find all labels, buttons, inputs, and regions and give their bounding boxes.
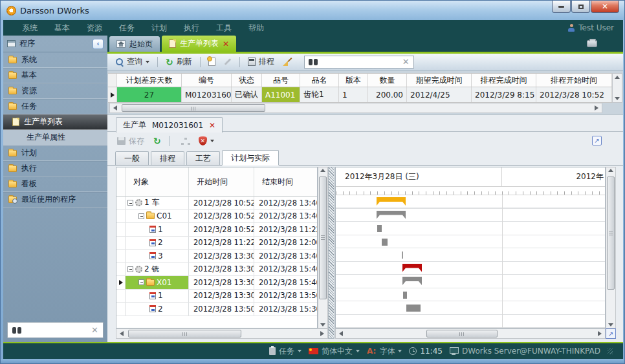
title-bar[interactable]: Darsson DWorks ✕ — [1, 1, 624, 20]
tree-row[interactable]: 1 车2012/3/28 10:522012/3/28 13:40 — [116, 197, 317, 210]
grid-column-header[interactable]: 品号 — [262, 74, 300, 87]
tree-object-cell[interactable]: 2 — [126, 237, 189, 250]
scroll-right-icon[interactable] — [595, 331, 605, 336]
clear-search-icon[interactable]: ✕ — [91, 326, 98, 334]
grid-column-header[interactable]: 排程完成时间 — [472, 74, 536, 87]
tree-row[interactable]: 2 铣2012/3/28 13:302012/3/28 15:40 — [116, 263, 317, 277]
menu-item[interactable]: 资源 — [78, 23, 111, 34]
menu-item[interactable]: 任务 — [111, 23, 143, 34]
new-button[interactable] — [206, 56, 217, 67]
open-in-window-icon[interactable]: ↗ — [606, 328, 616, 339]
scroll-up-icon[interactable] — [615, 76, 620, 79]
sidebar-search-input[interactable] — [26, 326, 87, 335]
scroll-down-icon[interactable] — [606, 323, 615, 327]
tree-row[interactable]: 22012/3/28 11:222012/3/28 12:00 — [116, 237, 317, 250]
scroll-right-icon[interactable] — [591, 105, 602, 111]
scrollbar-thumb[interactable] — [607, 177, 615, 290]
sidebar-item[interactable]: 系统 — [3, 52, 107, 68]
gantt-bar[interactable] — [402, 252, 403, 259]
task-status-item[interactable]: 任务 — [269, 346, 302, 357]
sidebar-item[interactable]: 最近使用的程序 — [3, 192, 107, 208]
tree-row[interactable]: 12012/3/28 13:302012/3/28 13:50 — [116, 290, 317, 303]
gantt-bar[interactable] — [377, 197, 406, 206]
routing-button[interactable] — [177, 136, 192, 146]
tree-object-cell[interactable]: C01 — [126, 210, 189, 223]
tree-object-cell[interactable]: 1 车 — [126, 197, 189, 209]
tab-detail[interactable]: 一般 — [115, 151, 149, 165]
sidebar-item[interactable]: 生产单列表 — [3, 114, 107, 130]
collapse-toggle-icon[interactable] — [127, 266, 133, 272]
collapse-toggle-icon[interactable] — [138, 279, 144, 285]
tree-row[interactable]: 32012/3/28 13:302012/3/28 13:40 — [116, 250, 317, 263]
splitter-handle[interactable] — [328, 167, 334, 339]
grid-column-header[interactable]: 版本 — [339, 74, 368, 87]
close-button[interactable]: ✕ — [591, 1, 619, 13]
orders-grid-row[interactable]: 27M012031601已确认A11001齿轮11200.002012/4/25… — [108, 87, 612, 103]
tree-object-cell[interactable]: 1 — [126, 290, 189, 303]
scroll-left-icon[interactable] — [116, 331, 127, 336]
scroll-left-icon[interactable] — [110, 105, 120, 111]
sidebar-collapse-button[interactable]: ‹ — [93, 39, 104, 49]
tree-object-cell[interactable]: 3 — [126, 250, 189, 262]
language-status-item[interactable]: 简体中文 — [309, 346, 360, 357]
tab-active[interactable]: 计划与实际 — [222, 150, 279, 166]
clear-search-icon[interactable]: ✕ — [402, 58, 410, 66]
tree-row[interactable]: 22012/3/28 13:502012/3/28 15:30 — [116, 303, 317, 316]
grid-column-header[interactable]: 期望完成时间 — [407, 74, 472, 87]
menu-item[interactable]: 工具 — [208, 23, 240, 34]
scrollbar-thumb[interactable] — [128, 330, 241, 337]
resize-grip[interactable] — [608, 348, 613, 354]
gantt-bar[interactable] — [402, 264, 422, 272]
document-tab[interactable]: 起始页 — [109, 36, 160, 52]
tree-object-cell[interactable]: 2 铣 — [126, 263, 189, 276]
tree-row[interactable]: X012012/3/28 13:302012/3/28 15:40 — [116, 276, 317, 290]
scrollbar-thumb[interactable] — [122, 104, 265, 112]
query-button[interactable]: 查询 — [114, 55, 151, 69]
cancel-confirm-button[interactable]: ✕ — [197, 135, 216, 147]
collapse-toggle-icon[interactable] — [138, 213, 144, 219]
menu-item[interactable]: 系统 — [14, 23, 46, 34]
sidebar-item[interactable]: 基本 — [3, 68, 107, 83]
grid-column-header[interactable]: 状态 — [232, 74, 262, 87]
horizontal-scrollbar[interactable] — [335, 328, 606, 339]
grid-column-header[interactable]: 品名 — [300, 74, 339, 87]
horizontal-scrollbar[interactable] — [116, 328, 328, 339]
user-area[interactable]: Test User — [568, 20, 614, 36]
gantt-bar[interactable] — [402, 277, 422, 285]
sidebar-item[interactable]: 执行 — [3, 161, 107, 177]
menu-item[interactable]: 基本 — [46, 23, 78, 34]
vertical-scrollbar[interactable] — [318, 167, 328, 328]
document-tab[interactable]: 生产单列表✕ — [162, 36, 236, 52]
gantt-bar[interactable] — [406, 305, 421, 312]
tree-object-cell[interactable]: 1 — [126, 223, 189, 236]
gantt-bar[interactable] — [382, 239, 388, 246]
tab-detail[interactable]: 工艺 — [186, 151, 220, 165]
clean-button[interactable] — [281, 56, 293, 67]
save-button[interactable]: 保存 — [115, 134, 146, 148]
schedule-button[interactable]: 排程 — [246, 55, 276, 69]
font-status-item[interactable]: A: 字体 — [367, 346, 402, 357]
tree-row[interactable]: C012012/3/28 10:522012/3/28 13:40 — [116, 210, 317, 224]
grid-column-header[interactable]: 排程开始时间 — [536, 74, 612, 87]
tree-object-cell[interactable]: X01 — [126, 276, 189, 289]
edit-button[interactable] — [222, 59, 234, 64]
menu-item[interactable]: 执行 — [175, 23, 208, 34]
tree-row[interactable]: 12012/3/28 10:522012/3/28 11:22 — [116, 223, 317, 237]
scroll-right-icon[interactable] — [317, 331, 327, 336]
sidebar-item[interactable]: 任务 — [3, 99, 107, 114]
sidebar-item[interactable]: 看板 — [3, 177, 107, 192]
menu-item[interactable]: 帮助 — [240, 23, 272, 34]
maximize-button[interactable] — [571, 1, 590, 13]
tree-column-header[interactable]: 对象 — [126, 167, 189, 196]
tree-column-header[interactable]: 结束时间 — [254, 167, 318, 196]
toolbar-search-input[interactable] — [322, 58, 399, 67]
scroll-down-icon[interactable] — [318, 323, 327, 327]
sidebar-item[interactable]: 生产单属性 — [3, 130, 107, 145]
vertical-scrollbar[interactable] — [612, 73, 622, 103]
grid-column-header[interactable]: 计划差异天数 — [117, 74, 182, 87]
scrollbar-thumb[interactable] — [319, 177, 327, 299]
grid-column-header[interactable]: 编号 — [182, 74, 232, 87]
refresh-button[interactable]: ↻ 刷新 — [164, 55, 194, 69]
tree-column-header[interactable]: 开始时间 — [189, 167, 254, 196]
scroll-down-icon[interactable] — [615, 97, 620, 100]
